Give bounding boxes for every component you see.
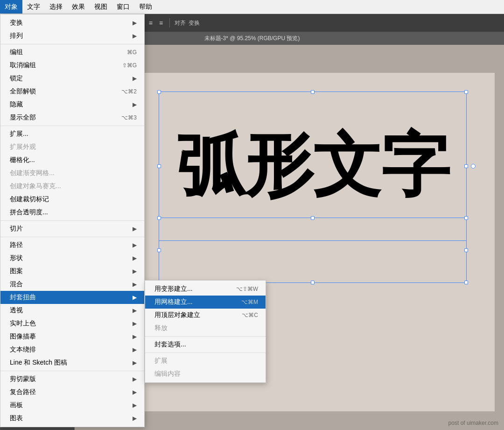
- arrow-chart: ▶: [133, 415, 137, 422]
- submenu-edit: 编辑内容: [145, 367, 266, 381]
- sep-d: [0, 237, 144, 237]
- outer-handle-ml[interactable]: [157, 248, 161, 252]
- arrow-path: ▶: [133, 242, 137, 248]
- menu-create-crop[interactable]: 创建裁切标记: [0, 193, 144, 206]
- menu-show-all[interactable]: 显示全部 ⌥⌘3: [0, 111, 144, 124]
- arrow-live-paint: ▶: [133, 320, 137, 327]
- outer-handle-tc[interactable]: [311, 216, 315, 220]
- submenu-options[interactable]: 封套选项...: [145, 338, 266, 351]
- outer-bounding-box: [159, 218, 467, 283]
- menu-create-gradient: 创建渐变网格...: [0, 167, 144, 180]
- sep-a: [0, 44, 144, 44]
- menu-live-paint[interactable]: 实时上色 ▶: [0, 317, 144, 330]
- sep3: [169, 18, 170, 28]
- handle-mr[interactable]: [464, 164, 468, 168]
- envelope-submenu: 用变形建立... ⌥⇧⌘W 用网格建立... ⌥⌘M 用顶层对象建立 ⌥⌘C 释…: [145, 280, 266, 383]
- menu-arrange[interactable]: 排列 ▶: [0, 29, 144, 42]
- shortcut-mesh: ⌥⌘M: [241, 299, 258, 305]
- canvas-text: 弧形文字: [164, 97, 462, 236]
- arrow-lock: ▶: [133, 75, 137, 82]
- menu-flatten[interactable]: 拼合透明度...: [0, 206, 144, 219]
- shortcut-group: ⌘G: [127, 49, 137, 56]
- menu-hide[interactable]: 隐藏 ▶: [0, 98, 144, 111]
- submenu-top[interactable]: 用顶层对象建立 ⌥⌘C: [145, 309, 266, 322]
- arrow-envelope: ▶: [133, 294, 137, 301]
- menu-rasterize[interactable]: 栅格化...: [0, 154, 144, 167]
- watermark: post of uimaker.com: [448, 420, 498, 426]
- menu-create-mosaic: 创建对象马赛克...: [0, 180, 144, 193]
- menu-path[interactable]: 路径 ▶: [0, 239, 144, 252]
- menu-expand-appearance: 扩展外观: [0, 141, 144, 154]
- submenu-expand: 扩展: [145, 354, 266, 367]
- menu-blend[interactable]: 混合 ▶: [0, 278, 144, 291]
- arrow-arrange: ▶: [133, 33, 137, 39]
- arrow-line-sketch: ▶: [133, 360, 137, 366]
- handle-tl[interactable]: [157, 90, 161, 94]
- menu-group[interactable]: 编组 ⌘G: [0, 46, 144, 59]
- shortcut-warp: ⌥⇧⌘W: [236, 286, 258, 292]
- arrow-perspective: ▶: [133, 307, 137, 314]
- handle-tr[interactable]: [464, 90, 468, 94]
- arrow-transform: ▶: [133, 20, 137, 26]
- menu-expand[interactable]: 扩展...: [0, 127, 144, 141]
- arrow-hide: ▶: [133, 101, 137, 108]
- transform-label: 变换: [189, 19, 200, 27]
- arrow-compound: ▶: [133, 389, 137, 395]
- menu-lock[interactable]: 锁定 ▶: [0, 72, 144, 85]
- menu-ungroup[interactable]: 取消编组 ⇧⌘G: [0, 59, 144, 72]
- submenu-warp[interactable]: 用变形建立... ⌥⇧⌘W: [145, 282, 266, 296]
- shortcut-show-all: ⌥⌘3: [121, 114, 137, 121]
- menu-bar: 对象 文字 选择 效果 视图 窗口 帮助: [0, 0, 504, 14]
- document-title: 未标题-3* @ 95.25% (RGB/GPU 预览): [204, 35, 300, 42]
- handle-rot[interactable]: [471, 164, 476, 169]
- arrow-artboard: ▶: [133, 402, 137, 409]
- menu-line-sketch[interactable]: Line 和 Sketch 图稿 ▶: [0, 356, 144, 369]
- menu-item-window[interactable]: 窗口: [112, 0, 134, 14]
- menu-chart[interactable]: 图表 ▶: [0, 412, 144, 425]
- arrow-blend: ▶: [133, 281, 137, 288]
- arrow-image-trace: ▶: [133, 333, 137, 340]
- arrow-clipping: ▶: [133, 376, 137, 382]
- sep-e: [0, 371, 144, 371]
- handle-tc[interactable]: [311, 90, 315, 94]
- outer-handle-mr[interactable]: [464, 248, 468, 252]
- align-center-icon[interactable]: ≡: [147, 18, 154, 28]
- align-label: 对齐: [175, 19, 186, 27]
- menu-image-trace[interactable]: 图像描摹 ▶: [0, 330, 144, 343]
- menu-item-object[interactable]: 对象: [0, 0, 22, 14]
- menu-slice[interactable]: 切片 ▶: [0, 222, 144, 235]
- menu-transform[interactable]: 变换 ▶: [0, 16, 144, 29]
- outer-handle-tl[interactable]: [157, 216, 161, 220]
- submenu-release: 释放: [145, 322, 266, 335]
- object-menu: 变换 ▶ 排列 ▶ 编组 ⌘G 取消编组 ⇧⌘G 锁定 ▶ 全部解锁 ⌥⌘2 隐…: [0, 14, 145, 427]
- arrow-shape: ▶: [133, 255, 137, 261]
- menu-pattern[interactable]: 图案 ▶: [0, 265, 144, 278]
- outer-handle-bc[interactable]: [311, 281, 315, 284]
- handle-ml[interactable]: [157, 164, 161, 168]
- sep-c: [0, 220, 144, 221]
- menu-unlock-all[interactable]: 全部解锁 ⌥⌘2: [0, 85, 144, 98]
- shortcut-top: ⌥⌘C: [242, 312, 258, 318]
- menu-artboard[interactable]: 画板 ▶: [0, 399, 144, 412]
- outer-handle-br[interactable]: [464, 281, 468, 284]
- menu-clipping[interactable]: 剪切蒙版 ▶: [0, 373, 144, 386]
- menu-item-effect[interactable]: 效果: [67, 0, 90, 14]
- shortcut-unlock: ⌥⌘2: [121, 88, 137, 95]
- menu-item-text[interactable]: 文字: [22, 0, 45, 14]
- menu-perspective[interactable]: 透视 ▶: [0, 304, 144, 317]
- menu-item-help[interactable]: 帮助: [134, 0, 157, 14]
- align-right-icon[interactable]: ≡: [157, 18, 165, 28]
- outer-handle-tr[interactable]: [464, 216, 468, 220]
- menu-envelope[interactable]: 封套扭曲 ▶: [0, 291, 144, 304]
- arrow-pattern: ▶: [133, 268, 137, 275]
- menu-item-view[interactable]: 视图: [90, 0, 112, 14]
- sep-sub-a: [145, 336, 266, 337]
- arrow-slice: ▶: [133, 226, 137, 232]
- menu-text-wrap[interactable]: 文本绕排 ▶: [0, 343, 144, 356]
- menu-compound[interactable]: 复合路径 ▶: [0, 386, 144, 399]
- menu-shape[interactable]: 形状 ▶: [0, 252, 144, 265]
- arrow-text-wrap: ▶: [133, 346, 137, 353]
- menu-item-select[interactable]: 选择: [45, 0, 67, 14]
- sep-sub-b: [145, 352, 266, 353]
- submenu-mesh[interactable]: 用网格建立... ⌥⌘M: [145, 296, 266, 309]
